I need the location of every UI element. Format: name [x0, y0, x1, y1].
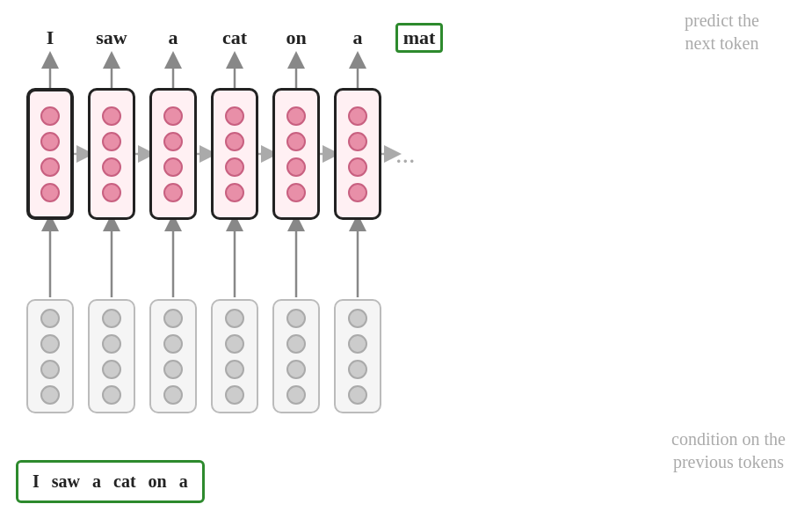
- diagram-container: predict the next token condition on the …: [0, 0, 812, 526]
- pink-dot: [40, 132, 60, 151]
- token-label-I: I: [26, 26, 74, 49]
- gray-dot: [286, 385, 306, 405]
- token-label-cat: cat: [211, 26, 258, 49]
- pink-dot: [225, 132, 244, 151]
- pink-dot: [102, 106, 121, 126]
- input-col-4: [272, 299, 320, 413]
- gray-dot: [163, 360, 183, 379]
- pink-dot: [40, 106, 60, 126]
- input-col-3: [211, 299, 258, 413]
- gray-dot: [225, 360, 244, 379]
- input-token-box: I saw a cat on a: [16, 460, 205, 503]
- input-token-a1: a: [92, 471, 101, 492]
- gray-dot: [348, 309, 367, 328]
- gray-dot: [348, 360, 367, 379]
- annotation-top-line2: next token: [685, 32, 759, 55]
- gray-dot: [286, 334, 306, 354]
- pink-dot: [286, 132, 306, 151]
- pink-dot: [163, 106, 183, 126]
- gray-dot: [348, 385, 367, 405]
- pink-dot: [163, 132, 183, 151]
- gray-dot: [163, 385, 183, 405]
- ellipsis: ...: [395, 139, 416, 169]
- annotation-bottom-line1: condition on the: [671, 427, 786, 450]
- annotation-bottom-line2: previous tokens: [671, 450, 786, 473]
- annotation-bottom: condition on the previous tokens: [671, 427, 786, 473]
- gray-dot: [348, 334, 367, 354]
- hidden-col-2: [149, 88, 197, 220]
- pink-dot: [348, 157, 367, 177]
- annotation-top-line1: predict the: [685, 9, 759, 32]
- gray-dot: [102, 309, 121, 328]
- gray-dot: [163, 334, 183, 354]
- hidden-col-5: [334, 88, 381, 220]
- gray-dot: [163, 309, 183, 328]
- pink-dot: [102, 183, 121, 202]
- pink-dot: [286, 106, 306, 126]
- output-token-labels: I saw a cat on a mat: [26, 23, 443, 53]
- pink-dot: [40, 183, 60, 202]
- pink-dot: [163, 157, 183, 177]
- gray-dot: [40, 334, 60, 354]
- token-label-a1: a: [149, 26, 197, 49]
- pink-dot: [348, 106, 367, 126]
- gray-dot: [40, 309, 60, 328]
- gray-dot: [40, 360, 60, 379]
- input-col-5: [334, 299, 381, 413]
- pink-dot: [40, 157, 60, 177]
- hidden-layer: ...: [26, 88, 416, 220]
- gray-dot: [40, 385, 60, 405]
- hidden-col-1: [88, 88, 135, 220]
- hidden-col-4: [272, 88, 320, 220]
- pink-dot: [348, 183, 367, 202]
- pink-dot: [225, 106, 244, 126]
- input-token-saw: saw: [52, 471, 80, 492]
- hidden-col-3: [211, 88, 258, 220]
- pink-dot: [348, 132, 367, 151]
- pink-dot: [286, 183, 306, 202]
- gray-dot: [225, 334, 244, 354]
- input-token-on: on: [149, 471, 167, 492]
- gray-dot: [225, 309, 244, 328]
- gray-dot: [286, 309, 306, 328]
- token-label-mat: mat: [395, 23, 443, 53]
- token-label-a2: a: [334, 26, 381, 49]
- input-col-0: [26, 299, 74, 413]
- gray-dot: [286, 360, 306, 379]
- gray-dot: [102, 385, 121, 405]
- input-token-cat: cat: [113, 471, 136, 492]
- input-token-I: I: [33, 471, 40, 492]
- gray-dot: [102, 334, 121, 354]
- gray-dot: [102, 360, 121, 379]
- gray-dot: [225, 385, 244, 405]
- pink-dot: [286, 157, 306, 177]
- pink-dot: [102, 132, 121, 151]
- annotation-top: predict the next token: [685, 9, 759, 55]
- token-label-on: on: [272, 26, 320, 49]
- pink-dot: [225, 157, 244, 177]
- pink-dot: [163, 183, 183, 202]
- input-layer: [26, 299, 381, 413]
- input-token-a2: a: [179, 471, 188, 492]
- token-label-saw: saw: [88, 26, 135, 49]
- pink-dot: [102, 157, 121, 177]
- hidden-col-0: [26, 88, 74, 220]
- pink-dot: [225, 183, 244, 202]
- input-col-2: [149, 299, 197, 413]
- input-col-1: [88, 299, 135, 413]
